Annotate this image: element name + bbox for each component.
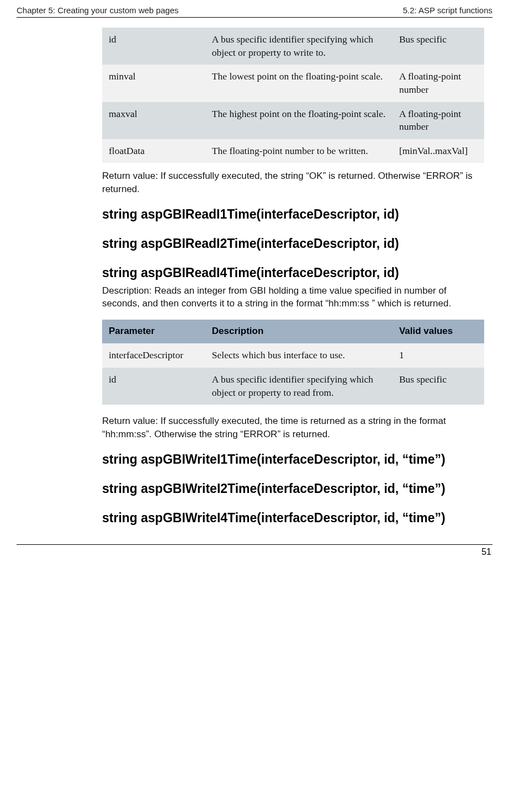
param-desc: A bus specific identifier specifying whi… — [205, 28, 393, 65]
function-heading: string aspGBIReadI1Time(interfaceDescrip… — [102, 206, 484, 222]
param-desc: A bus specific identifier specifying whi… — [205, 368, 393, 405]
table-row: id A bus specific identifier specifying … — [102, 28, 484, 65]
parameter-table-1: id A bus specific identifier specifying … — [102, 28, 484, 163]
header-chapter: Chapter 5: Creating your custom web page… — [17, 6, 179, 15]
param-valid: Bus specific — [393, 368, 484, 405]
header-rule — [17, 17, 492, 18]
table-row: maxval The highest point on the floating… — [102, 102, 484, 139]
page-header: Chapter 5: Creating your custom web page… — [17, 6, 492, 17]
col-valid: Valid values — [393, 320, 484, 343]
header-section: 5.2: ASP script functions — [403, 6, 492, 15]
footer-rule — [17, 544, 492, 545]
table-row: minval The lowest point on the floating-… — [102, 65, 484, 102]
param-valid: Bus specific — [393, 28, 484, 65]
param-desc: The highest point on the floating-point … — [205, 102, 393, 139]
param-name: maxval — [102, 102, 205, 139]
param-name: id — [102, 28, 205, 65]
param-name: floatData — [102, 139, 205, 163]
return-value-1: Return value: If successfully executed, … — [102, 169, 484, 195]
param-desc: Selects which bus interface to use. — [205, 343, 393, 368]
param-valid: A floating-point number — [393, 102, 484, 139]
param-name: interfaceDescriptor — [102, 343, 205, 368]
param-desc: The lowest point on the floating-point s… — [205, 65, 393, 102]
param-valid: A floating-point number — [393, 65, 484, 102]
function-heading: string aspGBIWriteI4Time(interfaceDescri… — [102, 510, 484, 526]
param-desc: The floating-point number to be written. — [205, 139, 393, 163]
table-row: interfaceDescriptor Selects which bus in… — [102, 343, 484, 368]
function-heading: string aspGBIReadI2Time(interfaceDescrip… — [102, 236, 484, 252]
content-area: id A bus specific identifier specifying … — [102, 28, 484, 526]
table-header-row: Parameter Description Valid values — [102, 320, 484, 343]
page-number: 51 — [17, 547, 492, 557]
return-value-2: Return value: If successfully executed, … — [102, 415, 484, 441]
param-name: id — [102, 368, 205, 405]
function-description: Description: Reads an integer from GBI h… — [102, 284, 484, 310]
param-valid: [minVal..maxVal] — [393, 139, 484, 163]
parameter-table-2: Parameter Description Valid values inter… — [102, 320, 484, 405]
col-description: Description — [205, 320, 393, 343]
param-valid: 1 — [393, 343, 484, 368]
col-parameter: Parameter — [102, 320, 205, 343]
function-heading: string aspGBIWriteI1Time(interfaceDescri… — [102, 452, 484, 468]
table-row: floatData The floating-point number to b… — [102, 139, 484, 163]
table-row: id A bus specific identifier specifying … — [102, 368, 484, 405]
param-name: minval — [102, 65, 205, 102]
function-heading: string aspGBIReadI4Time(interfaceDescrip… — [102, 265, 484, 281]
page: Chapter 5: Creating your custom web page… — [0, 0, 509, 568]
function-heading: string aspGBIWriteI2Time(interfaceDescri… — [102, 481, 484, 497]
